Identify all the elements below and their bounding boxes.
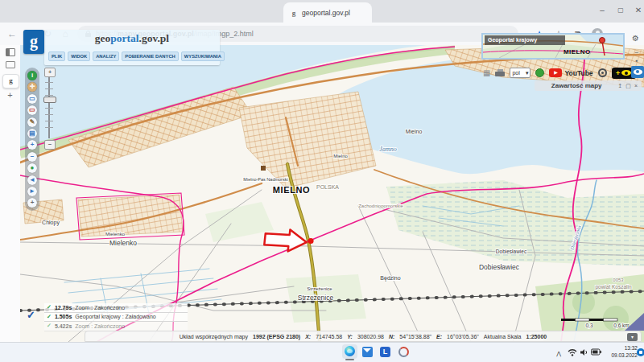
back-icon[interactable]: ← <box>3 28 21 39</box>
tasks-check-icon[interactable]: ✓ <box>27 309 35 321</box>
browser-tab[interactable]: g geoportal.gov.pl <box>283 2 372 23</box>
app-misc-button[interactable] <box>398 347 409 357</box>
status-time: 1.505s <box>55 314 72 319</box>
wifi-icon[interactable] <box>568 348 577 356</box>
volume-icon[interactable] <box>580 348 588 356</box>
language-select[interactable]: pol▾ <box>510 68 530 78</box>
map-label: 0053 <box>613 278 624 282</box>
map-label: Mielno <box>406 129 423 134</box>
menu-plik[interactable]: PLIK <box>48 51 65 61</box>
y-value: 308020.98 <box>357 334 384 339</box>
print-icon[interactable] <box>495 69 505 76</box>
full-extent-tool-button[interactable]: ● <box>27 163 37 173</box>
n-label: N: <box>389 334 394 339</box>
help-icon[interactable] <box>535 68 544 77</box>
new-tab-button[interactable]: + <box>4 90 16 101</box>
visibility-button[interactable] <box>631 66 644 78</box>
window-maximize-button[interactable]: ▢ <box>613 3 628 18</box>
tab-favicon-icon: g <box>290 9 298 17</box>
panel-window-icon[interactable]: ▢ <box>625 83 631 89</box>
accessibility-icon[interactable] <box>598 68 607 77</box>
window-minimize-button[interactable]: – <box>595 3 609 18</box>
e-value: 16°03'05.36" <box>447 334 479 339</box>
zoom-out-button[interactable]: − <box>44 140 56 150</box>
tab-actions-icon[interactable] <box>6 48 15 56</box>
panel-close-icon[interactable]: × <box>634 83 638 88</box>
select-area-tool-button[interactable]: ▭ <box>27 94 37 104</box>
page-title: geoportal.gov.pl <box>44 32 220 45</box>
other-windows-icon[interactable] <box>6 61 15 68</box>
desktop: g geoportal.gov.pl – ▢ ✕ ← → ↻ ⌂ https:/… <box>0 0 644 362</box>
map-label: Mielno-Pas Nadmorski <box>243 177 287 182</box>
x-label: X: <box>305 334 311 339</box>
measure-tool-button[interactable]: ▤ <box>27 129 37 138</box>
annotation-point <box>308 238 313 244</box>
map-toolbar: i✛▭▭✎▤+−●◄►+ <box>25 68 39 211</box>
map-label: Zachodniopomorskie <box>358 204 403 208</box>
zoom-in-tool-button[interactable]: + <box>27 140 37 150</box>
center-view-tool-button[interactable]: + <box>27 198 37 208</box>
x-value: 714745.58 <box>316 334 342 339</box>
map-label: Będzino <box>380 275 400 282</box>
battery-icon[interactable] <box>591 348 601 356</box>
tray-chevron-icon[interactable]: ⋀ <box>554 348 564 359</box>
scale-label: Aktualna Skala <box>484 334 522 339</box>
clear-selection-tool-button[interactable]: ▭ <box>27 105 37 115</box>
app-l-button[interactable]: L <box>380 347 390 357</box>
info-tool-button[interactable]: i <box>27 71 37 80</box>
clock-date: 09.03.2022 <box>602 352 638 360</box>
panel-dock-icon[interactable]: ↥ <box>617 83 622 89</box>
window-close-button[interactable]: ✕ <box>631 3 644 18</box>
taskbar-clock[interactable]: 13:32 09.03.2022 <box>602 345 638 359</box>
status-check-icon: ✓ <box>47 323 52 329</box>
vertical-tab-geoportal[interactable]: g <box>2 74 19 88</box>
zoom-in-button[interactable]: + <box>44 68 56 77</box>
map-label: MIELNO <box>273 185 310 195</box>
browser-tab-bar: g geoportal.gov.pl – ▢ ✕ <box>0 0 644 23</box>
menu-analizy[interactable]: ANALIZY <box>93 51 119 61</box>
status-time: 5.422s <box>55 323 72 329</box>
zoom-out-tool-button[interactable]: − <box>27 152 37 162</box>
minimap-settings-gear-icon[interactable]: ⚙ <box>632 34 639 43</box>
youtube-play-icon: ▶ <box>549 68 562 77</box>
menu-wyszukiwania[interactable]: WYSZUKIWANIA <box>181 51 225 61</box>
n-value: 54°15'38.88" <box>399 334 431 339</box>
map-label: Chłopy <box>42 220 60 226</box>
zoom-slider-handle[interactable] <box>43 97 56 103</box>
geoportal-logo[interactable]: g <box>23 30 44 54</box>
map-label: Mielno <box>333 154 348 158</box>
minimap-title[interactable]: Geoportal krajowy <box>485 35 565 45</box>
status-time: 12.79s <box>55 305 72 311</box>
vertical-tab-strip: g + <box>0 45 21 342</box>
edge-active-indicator <box>345 359 354 360</box>
draw-tool-button[interactable]: ✎ <box>27 117 37 127</box>
next-view-tool-button[interactable]: ► <box>27 187 37 196</box>
top-controls: ▦ pol▾ ▶ YouTube + <box>483 67 636 79</box>
minimap-dot-icon[interactable]: ● <box>635 58 638 63</box>
task-status-list: ✓12.79sZoom : Zakończono✓1.505sGeoportal… <box>44 303 188 331</box>
map-content-label: Zawartość mapy <box>539 82 614 89</box>
notification-badge[interactable] <box>637 348 644 356</box>
youtube-button[interactable]: ▶ YouTube <box>549 68 592 77</box>
crs-value: 1992 (EPSG 2180) <box>253 334 300 339</box>
grid-icon[interactable]: ▦ <box>483 68 490 77</box>
scale-end-label: 0,6 km <box>613 323 630 328</box>
status-text: Geoportal krajowy : Załadowano <box>75 314 155 319</box>
pan-tool-button[interactable]: ✛ <box>27 82 37 92</box>
mail-button[interactable] <box>362 347 373 357</box>
map-label: Strzeżenice <box>307 286 332 291</box>
menu-widok[interactable]: WIDOK <box>68 51 90 61</box>
map-label: Dobiesławiec <box>496 249 527 254</box>
minimap-collapse-icon[interactable]: − <box>634 48 638 56</box>
status-message: ✓12.79sZoom : Zakończono <box>44 303 188 313</box>
previous-view-tool-button[interactable]: ◄ <box>27 175 37 185</box>
clock-time: 13:32 <box>602 345 638 352</box>
y-label: Y: <box>347 334 353 339</box>
statusbar-chevron-icon[interactable]: ▾ <box>627 333 638 341</box>
map-content-panel-header[interactable]: Zawartość mapy ↥ ▢ × <box>535 80 642 91</box>
minimap-town-label: MIELNO <box>564 48 591 56</box>
menu-pobieranie-danych[interactable]: POBIERANIE DANYCH <box>122 51 178 61</box>
coordinates-status-bar: Układ współrzędnych mapy 1992 (EPSG 2180… <box>85 331 642 342</box>
edge-button[interactable] <box>345 346 355 356</box>
windows-taskbar <box>0 342 644 362</box>
